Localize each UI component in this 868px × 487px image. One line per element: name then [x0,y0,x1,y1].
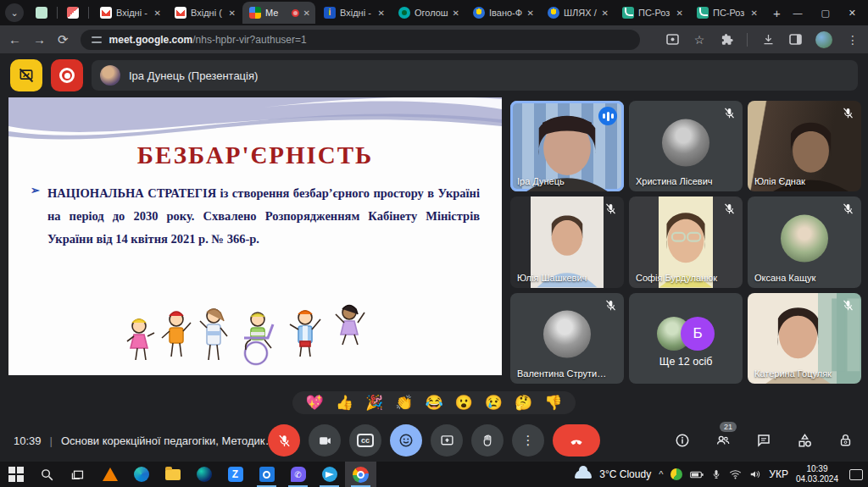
present-icon [440,434,454,448]
tab-ps-roz-1[interactable]: ПС-Роз ✕ [615,2,688,24]
activities-button[interactable] [795,431,814,450]
minimize-button[interactable]: — [793,8,802,19]
bookmark-star-icon[interactable]: ☆ [693,33,706,47]
notification-center-icon[interactable] [849,469,863,480]
webex-icon [197,467,212,482]
presenter-bar[interactable]: Іра Дунець (Презентація) [92,60,858,91]
download-icon[interactable] [761,33,775,47]
reaction-thumbsdown-button[interactable]: 👎 [544,396,562,410]
participant-tile[interactable]: Валентина Струти… [510,293,624,384]
camera-toggle-button[interactable] [309,424,341,457]
raise-hand-button[interactable] [471,424,504,457]
webex-app-button[interactable] [188,462,220,487]
chat-panel-button[interactable] [754,431,773,450]
reaction-thumbsup-button[interactable]: 👍 [336,396,353,410]
restore-button[interactable]: ▢ [821,8,829,19]
tab-gmail-2[interactable]: Вхідні ( ✕ [168,2,241,24]
edge-app-button[interactable] [125,462,157,487]
overflow-participants-tile[interactable]: Б Ще 12 осіб [629,293,743,384]
forward-button[interactable]: → [33,32,46,47]
participant-tile[interactable]: Іра Дунець [510,101,624,191]
participant-tile[interactable]: Оксана Кащук [748,196,861,287]
tab-search-button[interactable]: ⌄ [5,3,24,22]
reaction-laugh-button[interactable]: 😂 [425,396,442,410]
reaction-surprised-button[interactable]: 😮 [455,396,473,410]
reaction-party-button[interactable]: 🎉 [365,396,383,410]
close-window-button[interactable]: ✕ [849,8,856,19]
zoom-app-button[interactable]: Z [220,462,251,487]
telegram-app-button[interactable] [314,462,345,487]
chrome-app-button[interactable] [345,462,376,487]
pinned-tab-2[interactable] [62,3,84,23]
taskbar-search-button[interactable] [31,462,63,487]
reload-button[interactable]: ⟳ [58,32,69,47]
side-panel-icon[interactable] [788,33,802,47]
tab-media-icon[interactable] [665,33,679,47]
browser-menu-icon[interactable]: ⋮ [846,33,860,47]
end-call-button[interactable] [553,424,600,457]
tab-meet-active[interactable]: Me ✕ [242,2,315,24]
close-icon[interactable]: ✕ [751,8,758,18]
close-icon[interactable]: ✕ [527,8,534,18]
speaker-icon[interactable] [749,469,761,479]
file-explorer-button[interactable] [157,462,188,487]
participant-tile[interactable]: Юлія Єднак [748,101,861,191]
participant-tile[interactable]: Христина Лісевич [629,101,743,191]
new-tab-button[interactable]: + [765,6,789,20]
taskbar-clock[interactable]: 10:39 04.03.2024 [796,464,838,485]
reaction-sad-button[interactable]: 😢 [485,396,503,410]
reaction-thinking-button[interactable]: 🤔 [515,396,532,410]
close-icon[interactable]: ✕ [229,8,236,18]
weather-icon[interactable] [575,470,592,479]
wifi-icon[interactable] [729,469,742,479]
reactions-toggle-button[interactable] [390,424,422,457]
tab-ukrnet-mail[interactable]: i Вхідні - ✕ [317,2,390,24]
participant-tile[interactable]: Софія Бурдуланюк [629,196,743,287]
profile-avatar[interactable] [815,31,832,48]
vlc-app-button[interactable] [94,462,125,487]
pinned-tab-1[interactable] [31,3,53,23]
close-icon[interactable]: ✕ [303,8,310,18]
language-indicator[interactable]: УКР [769,468,788,480]
reaction-clap-button[interactable]: 👏 [395,396,413,410]
people-count-badge: 21 [720,422,737,432]
more-options-button[interactable]: ⋮ [512,424,544,457]
close-icon[interactable]: ✕ [154,8,161,18]
tab-shliakh[interactable]: ШЛЯХ / ✕ [541,2,614,24]
folder-icon [165,469,181,480]
meeting-details-button[interactable] [673,431,692,450]
close-icon[interactable]: ✕ [453,8,459,18]
viber-app-button[interactable]: ✆ [282,462,314,487]
reaction-heart-button[interactable]: 💖 [306,396,324,410]
weather-text[interactable]: 3°C Cloudy [599,468,651,480]
mic-toggle-button[interactable] [268,424,300,457]
tray-chevron-icon[interactable]: ^ [659,469,663,479]
close-icon[interactable]: ✕ [378,8,385,18]
edge-icon [134,467,149,482]
bullet-text: НАЦІОНАЛЬНА СТРАТЕГІЯ із створення безба… [47,182,480,250]
people-panel-button[interactable]: 21 [714,431,732,450]
tab-ps-roz-2[interactable]: ПС-Роз ✕ [690,2,763,24]
present-button[interactable] [431,424,463,457]
recording-indicator-button[interactable] [51,59,83,91]
back-button[interactable]: ← [8,32,21,47]
start-button[interactable] [0,462,31,487]
close-icon[interactable]: ✕ [676,8,683,18]
presentation-warning-button[interactable] [10,59,42,91]
tray-mic-icon[interactable] [711,468,721,480]
tab-gmail-1[interactable]: Вхідні - ✕ [93,2,166,24]
participant-tile[interactable]: Юлія Шашкевич [510,196,624,287]
battery-icon[interactable] [690,470,704,479]
address-bar[interactable]: meet.google.com/nhs-hpbr-vir?authuser=1 [81,30,640,50]
antivirus-tray-icon[interactable] [670,468,682,480]
captions-button[interactable]: cc [349,424,381,457]
site-settings-icon[interactable] [91,34,103,46]
task-view-button[interactable] [63,462,94,487]
close-icon[interactable]: ✕ [602,8,609,18]
participant-tile[interactable]: Катерина Гоцуляк [748,293,861,384]
host-controls-button[interactable] [836,431,854,450]
tab-announcements[interactable]: Оголош ✕ [392,2,465,24]
remote-app-button[interactable] [251,462,282,487]
tab-ivano[interactable]: Івано-Ф ✕ [466,2,539,24]
extensions-icon[interactable] [720,33,733,47]
